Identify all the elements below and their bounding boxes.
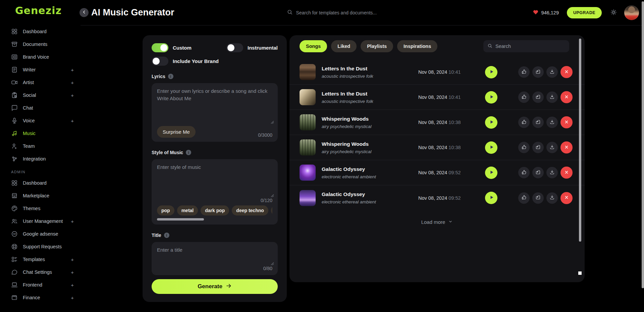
theme-toggle-button[interactable]	[610, 9, 617, 16]
like-button[interactable]	[518, 167, 530, 178]
plus-icon[interactable]: +	[71, 118, 74, 124]
play-button[interactable]	[485, 116, 497, 129]
include-brand-toggle[interactable]: Include Your Brand	[152, 57, 219, 66]
plus-icon[interactable]: +	[71, 67, 74, 73]
play-button[interactable]	[485, 141, 497, 154]
album-art[interactable]	[300, 139, 316, 155]
include-brand-switch[interactable]	[152, 57, 168, 66]
play-button[interactable]	[485, 91, 497, 104]
add-to-playlist-button[interactable]	[532, 91, 544, 103]
sidebar-item-chat-settings[interactable]: Chat Settings+	[0, 266, 80, 278]
surprise-me-button[interactable]: Surprise Me	[157, 126, 196, 138]
play-button[interactable]	[485, 66, 497, 78]
sidebar-item-dashboard[interactable]: Dashboard	[0, 177, 80, 189]
tab-playlists[interactable]: Playlists	[361, 40, 393, 52]
delete-button[interactable]	[560, 66, 573, 78]
download-button[interactable]	[546, 142, 558, 153]
delete-button[interactable]	[560, 116, 573, 128]
delete-button[interactable]	[560, 192, 573, 204]
like-button[interactable]	[518, 66, 530, 78]
add-to-playlist-button[interactable]	[532, 167, 544, 178]
lyrics-textarea[interactable]	[157, 87, 272, 122]
tags-scrollbar-thumb[interactable]	[157, 218, 204, 221]
like-button[interactable]	[518, 142, 530, 153]
sidebar-item-marketplace[interactable]: Marketplace	[0, 189, 80, 202]
album-art[interactable]	[300, 114, 316, 130]
delete-button[interactable]	[560, 91, 573, 103]
sidebar-item-chat[interactable]: Chat	[0, 102, 80, 114]
style-textarea[interactable]	[157, 164, 272, 196]
add-to-playlist-button[interactable]	[532, 192, 544, 204]
sidebar-item-integration[interactable]: Integration	[0, 152, 80, 165]
style-tag-pop[interactable]: pop	[157, 205, 174, 215]
plus-icon[interactable]: +	[71, 269, 74, 275]
sidebar-item-music[interactable]: Music	[0, 127, 80, 140]
plus-icon[interactable]: +	[71, 257, 74, 262]
album-art[interactable]	[300, 89, 316, 105]
style-tag-hard-rock[interactable]: hard rock	[271, 205, 272, 215]
info-icon[interactable]: i	[186, 150, 191, 155]
delete-button[interactable]	[560, 167, 573, 179]
sidebar-item-themes[interactable]: Themes	[0, 202, 80, 215]
sidebar-item-dashboard[interactable]: Dashboard	[0, 25, 80, 38]
custom-toggle[interactable]: Custom	[152, 43, 192, 52]
download-button[interactable]	[546, 167, 558, 178]
sidebar-item-voice[interactable]: Voice+	[0, 114, 80, 127]
like-button[interactable]	[518, 91, 530, 103]
tab-liked[interactable]: Liked	[331, 40, 357, 52]
plus-icon[interactable]: +	[71, 295, 74, 301]
sidebar-item-brand-voice[interactable]: Brand Voice	[0, 51, 80, 63]
user-avatar[interactable]	[624, 5, 639, 20]
custom-switch[interactable]	[152, 43, 168, 52]
title-textarea[interactable]	[157, 246, 272, 264]
plus-icon[interactable]: +	[71, 219, 74, 224]
sidebar-item-support-requests[interactable]: Support Requests	[0, 240, 80, 253]
plus-icon[interactable]: +	[71, 92, 74, 98]
library-search-input[interactable]	[495, 44, 565, 49]
sidebar-item-writer[interactable]: Writer+	[0, 63, 80, 76]
style-tag-dark-pop[interactable]: dark pop	[201, 205, 229, 215]
info-icon[interactable]: i	[164, 233, 169, 238]
load-more-button[interactable]: Load more	[421, 219, 453, 225]
play-button[interactable]	[485, 192, 497, 204]
global-search[interactable]	[287, 9, 397, 16]
sidebar-item-frontend[interactable]: Frontend+	[0, 278, 80, 291]
resize-grip-icon[interactable]	[271, 262, 274, 265]
download-button[interactable]	[546, 66, 558, 78]
sidebar-item-artist[interactable]: Artist+	[0, 76, 80, 89]
download-button[interactable]	[546, 192, 558, 204]
library-search[interactable]	[483, 40, 569, 52]
upgrade-button[interactable]: UPGRADE	[567, 7, 602, 18]
instrumental-toggle[interactable]: Instrumental	[226, 43, 278, 52]
like-button[interactable]	[518, 192, 530, 204]
sidebar-item-documents[interactable]: Documents	[0, 38, 80, 51]
resize-grip-icon[interactable]	[271, 194, 274, 197]
instrumental-switch[interactable]	[226, 43, 243, 52]
resize-grip-icon[interactable]	[271, 121, 274, 124]
style-tag-deep-techno[interactable]: deep techno	[232, 205, 268, 215]
global-search-input[interactable]	[296, 10, 397, 15]
album-art[interactable]	[300, 64, 316, 80]
tab-songs[interactable]: Songs	[300, 40, 327, 52]
add-to-playlist-button[interactable]	[532, 117, 544, 128]
download-button[interactable]	[546, 91, 558, 103]
sidebar-item-user-management[interactable]: User Management+	[0, 215, 80, 228]
style-tag-metal[interactable]: metal	[177, 205, 198, 215]
delete-button[interactable]	[560, 141, 573, 153]
add-to-playlist-button[interactable]	[532, 142, 544, 153]
window-scrollbar[interactable]	[642, 1, 644, 288]
sidebar-item-google-adsense[interactable]: ADGoogle adsense	[0, 228, 80, 240]
generate-button[interactable]: Generate	[152, 279, 278, 294]
info-icon[interactable]: i	[168, 74, 173, 79]
library-scrollbar-thumb[interactable]	[579, 39, 581, 242]
tab-inspirations[interactable]: Inspirations	[397, 40, 437, 52]
back-button[interactable]	[79, 8, 89, 17]
album-art[interactable]	[300, 165, 316, 181]
brand-logo[interactable]: Geneziz	[0, 5, 80, 16]
download-button[interactable]	[546, 117, 558, 128]
album-art[interactable]	[300, 190, 316, 206]
plus-icon[interactable]: +	[71, 282, 74, 288]
sidebar-item-templates[interactable]: Templates+	[0, 253, 80, 266]
play-button[interactable]	[485, 167, 497, 179]
plus-icon[interactable]: +	[71, 80, 74, 85]
